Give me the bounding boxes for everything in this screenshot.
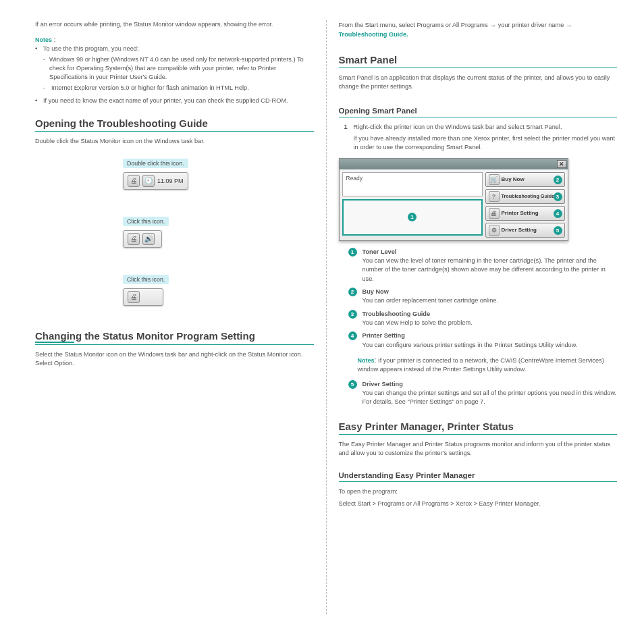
system-tray[interactable]: 🖨 🕘 11:09 PM <box>123 172 188 190</box>
legend-item: 1 Toner LevelYou can view the level of t… <box>348 248 618 284</box>
section-change-sm: Changing the Status Monitor Program Sett… <box>35 330 314 342</box>
notes-label: Notes <box>358 357 375 364</box>
tray-time: 11:09 PM <box>157 178 184 184</box>
callout: Double click this icon. <box>123 159 188 168</box>
callout-5: 5 <box>554 226 562 235</box>
printer-tray-icon[interactable]: 🖨 <box>128 291 140 303</box>
system-tray-3[interactable]: 🖨 <box>123 288 163 306</box>
speaker-icon: 🔊 <box>142 233 155 245</box>
column-divider <box>326 20 327 614</box>
section1-text: Double click the Status Monitor icon on … <box>35 137 314 146</box>
callout-3: 3 <box>554 192 562 201</box>
step: 1Right-click the printer icon on the Win… <box>344 123 618 132</box>
note-sub: -Windows 98 or higher (Windows NT 4.0 ca… <box>43 55 314 82</box>
rule-short <box>35 342 74 343</box>
system-tray-2[interactable]: 🖨 🔊 <box>123 230 162 248</box>
note-bullet: •To use the this program, you need: <box>35 45 314 53</box>
status-area: Ready <box>342 172 483 196</box>
section-opening-tg: Opening the Troubleshooting Guide <box>35 117 314 129</box>
legend-item: 4 Printer SettingYou can configure vario… <box>348 331 618 350</box>
note-text: If your printer is connected to a networ… <box>358 357 604 373</box>
rule <box>339 481 618 482</box>
legend-item: 3 Troubleshooting GuideYou can view Help… <box>348 310 618 328</box>
sub-opening-sp: Opening Smart Panel <box>339 107 618 115</box>
callout: Click this icon. <box>123 275 169 284</box>
section-smart-panel: Smart Panel <box>339 54 618 65</box>
rule <box>35 344 314 345</box>
printer-tray-icon[interactable]: 🖨 <box>128 175 140 187</box>
smart-panel-window: ✕ Ready 1 🛒 Buy Now 2 <box>339 158 568 241</box>
section-epm: Easy Printer Manager, Printer Status <box>339 421 618 432</box>
callout-1: 1 <box>408 213 417 221</box>
sub-understanding-epm: Understanding Easy Printer Manager <box>339 471 618 479</box>
cart-icon: 🛒 <box>489 174 500 185</box>
legend-item: 2 Buy NowYou can order replacement toner… <box>348 288 618 306</box>
note-bullet: •If you need to know the exact name of y… <box>35 97 314 105</box>
help-icon: ? <box>489 191 500 202</box>
opt-intro: From the Start menu, select Programs or … <box>339 20 618 39</box>
sp-text2: If you have already installed more than … <box>354 134 618 153</box>
close-icon[interactable]: ✕ <box>557 160 566 168</box>
driver-setting-button[interactable]: ⚙ Driver Setting 5 <box>485 223 565 238</box>
epm-path: Select Start > Programs or All Programs … <box>339 500 618 508</box>
gear-icon: ⚙ <box>489 225 500 236</box>
troubleshooting-button[interactable]: ? Troubleshooting Guide 3 <box>485 189 565 204</box>
notes-label: Notes <box>35 36 52 43</box>
printer-tray-icon[interactable]: 🖨 <box>128 233 140 245</box>
printer-icon: 🖨 <box>489 208 500 219</box>
section2-text: Select the Status Monitor icon on the Wi… <box>35 350 314 369</box>
callout-4: 4 <box>554 209 562 218</box>
clock-tray-icon: 🕘 <box>142 175 155 187</box>
rule <box>339 434 618 435</box>
left-intro: If an error occurs while printing, the S… <box>35 20 314 29</box>
printer-setting-button[interactable]: 🖨 Printer Setting 4 <box>485 206 565 221</box>
epm-text: The Easy Printer Manager and Printer Sta… <box>339 440 618 458</box>
note-sub: -Internet Explorer version 5.0 or higher… <box>43 84 314 92</box>
sp-text: Smart Panel is an application that displ… <box>339 74 618 92</box>
arrow-icon: → <box>566 21 572 31</box>
rule <box>339 117 618 117</box>
callout-2: 2 <box>554 176 562 184</box>
epm-open: To open the program: <box>339 487 618 496</box>
rule <box>35 131 314 132</box>
toner-level-area: 1 <box>342 199 483 236</box>
callout: Click this icon. <box>123 217 169 226</box>
arrow-icon: → <box>489 21 496 31</box>
legend-item: 5 Driver SettingYou can change the print… <box>348 380 618 407</box>
buy-now-button[interactable]: 🛒 Buy Now 2 <box>485 172 565 187</box>
rule <box>339 68 618 68</box>
